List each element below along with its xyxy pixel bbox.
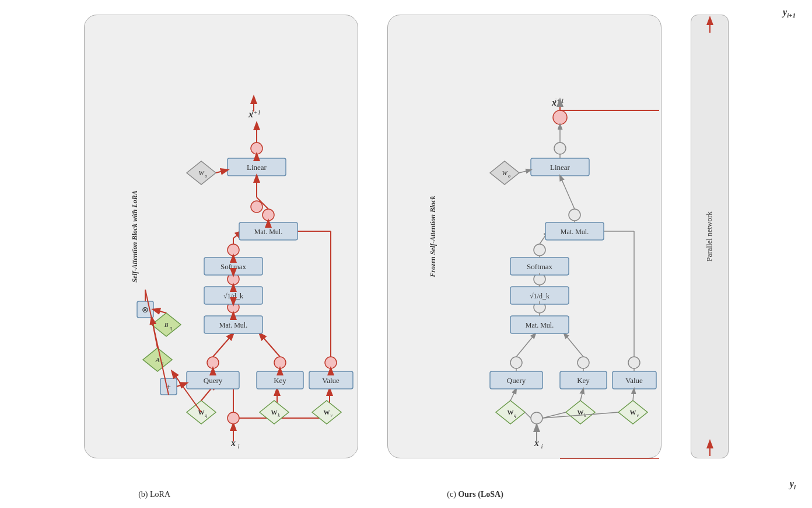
caption-c: (c) Ours (LoSA) xyxy=(447,490,503,499)
q-to-matmul-b xyxy=(213,333,233,357)
q-to-matmul-c xyxy=(516,333,536,357)
wv-to-val-c xyxy=(633,389,634,401)
parallel-network-box: Parallel network xyxy=(691,15,729,458)
circle-matmul2-b xyxy=(262,209,274,221)
wv-label-b: W xyxy=(323,409,330,416)
softmax-text-c: Softmax xyxy=(526,262,552,271)
ci-to-wq-c xyxy=(525,412,531,418)
lora-diagram-svg: x i W q W xyxy=(85,15,359,459)
panel-b: Self-Attention Block with LoRA xyxy=(84,15,358,458)
circle-softmax-c xyxy=(534,244,545,256)
k-to-matmul-b xyxy=(260,333,280,357)
yi1-label-wrapper: yi+1 xyxy=(783,7,796,19)
otimes-to-plus-b xyxy=(145,290,169,395)
circle-top-c xyxy=(554,142,566,154)
linear-text-b: Linear xyxy=(247,163,267,172)
scale-text-c: √1/d_k xyxy=(530,292,550,300)
circle-q-c xyxy=(510,357,522,368)
circle-k-b xyxy=(274,357,286,368)
parallel-network-label: Parallel network xyxy=(705,211,714,262)
bq-sub-b: q xyxy=(170,325,172,330)
aq-label-b: A xyxy=(155,356,159,363)
wk-sub-c: k xyxy=(584,413,586,418)
matmul-sv-text-c: Mat. Mul. xyxy=(560,228,588,236)
value-text-c: Value xyxy=(625,376,643,385)
xi-sub-b: i xyxy=(237,443,239,450)
wq-label-c: W xyxy=(507,409,513,416)
circle-xi1-c xyxy=(553,110,567,124)
bq-label-b: B xyxy=(164,321,168,328)
value-text-b: Value xyxy=(322,376,340,385)
circle-matmul2-c xyxy=(569,209,580,221)
k-to-matmul-c xyxy=(564,333,583,357)
query-text-c: Query xyxy=(506,376,526,385)
circle-v-c xyxy=(628,357,640,368)
wk-sub-b: k xyxy=(278,413,280,418)
circle-softmax-b xyxy=(228,244,239,256)
circle-between-b xyxy=(251,201,262,213)
otimes-text-b: ⊗ xyxy=(142,305,149,314)
circle-v-b xyxy=(325,357,337,368)
wo-sub-c: o xyxy=(508,173,510,179)
matmul-sv-text-b: Mat. Mul. xyxy=(254,228,282,236)
query-text-b: Query xyxy=(203,376,222,385)
matmul-qk-text-c: Mat. Mul. xyxy=(525,321,553,329)
circle-top-b xyxy=(251,142,262,154)
wo-sub-b: o xyxy=(205,173,207,179)
circle-q-b xyxy=(207,357,219,368)
xi-sub-c: i xyxy=(541,443,542,450)
yi-label-wrapper: yi xyxy=(790,479,796,490)
page-wrapper: Self-Attention Block with LoRA xyxy=(0,0,812,508)
caption-b: (b) LoRA xyxy=(138,490,170,499)
losa-diagram-svg: x i W q W k W v xyxy=(388,15,662,459)
circle-bottom-b xyxy=(228,412,239,424)
wq-sub-c: q xyxy=(514,413,516,418)
panel-c: Frozen Self-Attention Block x xyxy=(387,15,662,458)
wo-to-linear-c xyxy=(519,170,531,173)
wo-to-linear-b xyxy=(216,170,228,173)
linear-text-c: Linear xyxy=(550,163,570,172)
key-text-c: Key xyxy=(577,376,590,385)
bq-to-otimes-b xyxy=(153,309,166,313)
wq-sub-b: q xyxy=(205,413,207,418)
wv-label-c: W xyxy=(629,409,636,416)
circle-k-c xyxy=(578,357,589,368)
wo-label-c: W xyxy=(502,169,508,176)
softmax-text-b: Softmax xyxy=(220,262,246,271)
circle2-to-linear-c xyxy=(560,176,575,209)
wv-sub-b: v xyxy=(330,413,332,418)
plus-to-query-b xyxy=(177,383,187,387)
circle-bottom-c xyxy=(531,412,542,424)
key-text-b: Key xyxy=(274,376,286,385)
matmul-qk-text-b: Mat. Mul. xyxy=(219,321,247,329)
wo-label-b: W xyxy=(198,169,204,176)
scale-text-b: √1/d_k xyxy=(223,292,243,300)
wk-to-key-c xyxy=(580,389,583,401)
wv-sub-c: v xyxy=(636,413,639,418)
wq-to-query-c xyxy=(510,389,516,401)
wk-label-b: W xyxy=(271,409,277,416)
captions-row: (b) LoRA (c) Ours (LoSA) xyxy=(0,490,642,499)
xi1-sub-b: i+1 xyxy=(251,109,261,116)
